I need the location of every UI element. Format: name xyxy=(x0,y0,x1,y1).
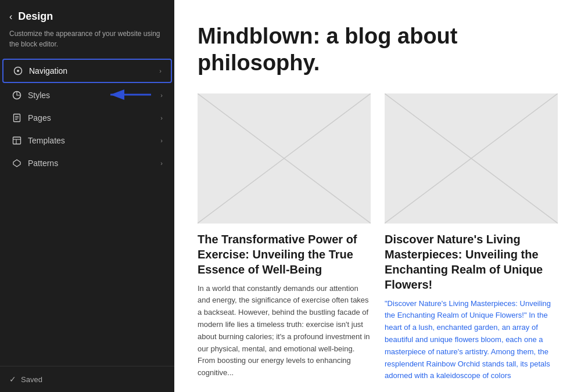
sidebar-item-navigation[interactable]: Navigation › xyxy=(2,59,172,83)
chevron-right-icon: › xyxy=(159,67,162,74)
sidebar-item-pages[interactable]: Pages › xyxy=(2,107,172,129)
sidebar-header: ‹ Design xyxy=(0,0,174,28)
back-icon[interactable]: ‹ xyxy=(9,12,12,22)
sidebar: ‹ Design Customize the appearance of you… xyxy=(0,0,174,392)
sidebar-item-label-patterns: Patterns xyxy=(28,159,58,168)
svg-marker-11 xyxy=(13,160,20,167)
chevron-right-icon-pages: › xyxy=(160,114,163,121)
blog-title: Mindblown: a blog about philosophy. xyxy=(198,23,558,76)
post-excerpt-1: In a world that constantly demands our a… xyxy=(198,283,371,379)
templates-icon xyxy=(12,135,22,146)
nav-icon xyxy=(13,66,23,76)
sidebar-item-label-templates: Templates xyxy=(28,136,65,145)
sidebar-item-label-navigation: Navigation xyxy=(29,66,67,75)
saved-status: Saved xyxy=(21,375,42,384)
chevron-right-icon-templates: › xyxy=(160,137,163,144)
styles-icon xyxy=(12,90,22,100)
patterns-icon xyxy=(12,158,22,168)
sidebar-footer: ✓ Saved xyxy=(0,366,174,392)
post-image-1 xyxy=(198,93,371,224)
sidebar-item-label-pages: Pages xyxy=(28,113,51,123)
svg-point-1 xyxy=(17,70,19,72)
svg-rect-8 xyxy=(13,137,21,144)
post-title-1: The Transformative Power of Exercise: Un… xyxy=(198,232,371,277)
posts-grid: The Transformative Power of Exercise: Un… xyxy=(198,93,558,382)
sidebar-nav: Navigation › xyxy=(0,57,174,366)
pages-icon xyxy=(12,113,22,123)
post-title-2: Discover Nature's Living Masterpieces: U… xyxy=(385,232,558,292)
post-image-2 xyxy=(385,93,558,224)
post-card-1: The Transformative Power of Exercise: Un… xyxy=(198,93,371,382)
sidebar-title: Design xyxy=(18,10,53,23)
sidebar-item-label-styles: Styles xyxy=(28,91,50,100)
sidebar-item-styles[interactable]: Styles › xyxy=(2,84,172,106)
sidebar-description: Customize the appearance of your website… xyxy=(0,28,174,57)
sidebar-item-templates[interactable]: Templates › xyxy=(2,130,172,152)
main-content: Mindblown: a blog about philosophy. The … xyxy=(174,0,581,392)
post-card-2: Discover Nature's Living Masterpieces: U… xyxy=(385,93,558,382)
chevron-right-icon-styles: › xyxy=(160,92,163,99)
sidebar-item-patterns[interactable]: Patterns › xyxy=(2,152,172,174)
post-excerpt-2: "Discover Nature's Living Masterpieces: … xyxy=(385,298,558,383)
chevron-right-icon-patterns: › xyxy=(160,160,163,167)
check-icon: ✓ xyxy=(9,375,16,384)
